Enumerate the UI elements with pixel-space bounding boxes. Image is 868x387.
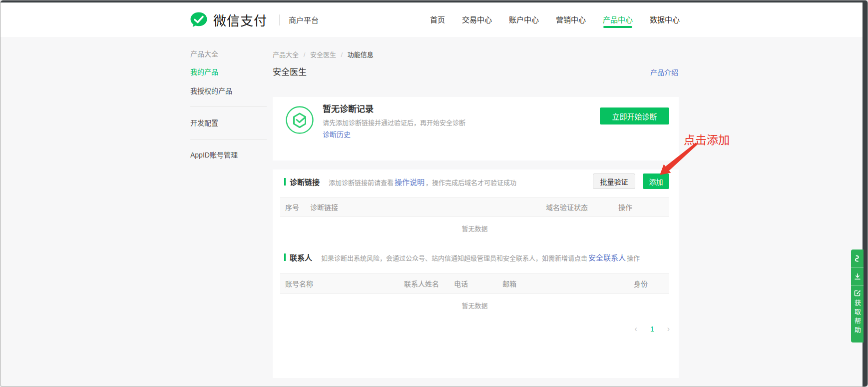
brand-home-link[interactable]: 微信支付 商户平台	[189, 2, 319, 37]
brand-name: 微信支付	[213, 10, 267, 29]
sidebar-divider	[190, 106, 267, 107]
diagnosis-links-empty: 暂无数据	[280, 224, 669, 233]
diagnosis-links-table-header: 序号 诊断链接 域名验证状态 操作	[280, 197, 669, 217]
desc-suffix: ，操作完成后域名才可验证成功	[426, 179, 516, 186]
sidebar-item-my-products[interactable]: 我的产品	[190, 66, 218, 76]
sidebar-item-all-products[interactable]: 产品大全	[190, 48, 218, 58]
diagnosis-links-title: 诊断链接	[290, 176, 320, 187]
col-account-name: 账号名称	[285, 278, 404, 288]
nav-item-home[interactable]: 首页	[430, 2, 445, 37]
desc-prefix: 如果诊断出系统风险，会通过公众号、站内信通知超级管理员和安全联系人，如需新增请点…	[321, 254, 587, 262]
brand-portal-label: 商户平台	[289, 14, 319, 25]
nav-item-products[interactable]: 产品中心	[603, 2, 633, 37]
diagnosis-empty-desc: 请先添加诊断链接并通过验证后，再开始安全诊断	[323, 118, 465, 127]
nav-item-marketing[interactable]: 营销中心	[556, 2, 586, 37]
download-icon	[854, 273, 861, 280]
desc-prefix: 添加诊断链接前请查看	[329, 179, 394, 186]
page-title: 安全医生	[273, 65, 307, 78]
sidebar-item-appid-manage[interactable]: AppID账号管理	[190, 150, 238, 160]
diagnosis-status-card: 暂无诊断记录 请先添加诊断链接并通过验证后，再开始安全诊断 诊断历史 立即开始诊…	[273, 97, 679, 160]
breadcrumb-all-products[interactable]: 产品大全	[273, 51, 299, 58]
col-serial: 序号	[285, 202, 310, 212]
batch-verify-button[interactable]: 批量验证	[593, 174, 635, 189]
brand-divider	[279, 14, 280, 26]
pagination: ‹ 1 ›	[635, 324, 670, 334]
col-role: 身份	[634, 278, 664, 288]
current-page-button[interactable]: 1	[650, 325, 654, 333]
section-accent-bar	[284, 178, 286, 186]
active-nav-underline	[603, 26, 632, 28]
diagnosis-links-section-header: 诊断链接 添加诊断链接前请查看操作说明，操作完成后域名才可验证成功	[284, 176, 516, 187]
get-help-label: 获取帮助	[853, 300, 862, 336]
main-nav: 首页 交易中心 账户中心 营销中心 产品中心 数据中心	[430, 2, 680, 37]
link-icon	[854, 255, 861, 262]
col-email: 邮箱	[502, 278, 634, 288]
contacts-title: 联系人	[290, 252, 312, 262]
detail-card: 诊断链接 添加诊断链接前请查看操作说明，操作完成后域名才可验证成功 批量验证 添…	[273, 170, 679, 378]
breadcrumb: 产品大全 / 安全医生 / 功能信息	[273, 50, 374, 59]
diagnosis-history-link[interactable]: 诊断历史	[323, 129, 351, 139]
floating-help-toolbar: 获取帮助	[851, 250, 864, 342]
download-button[interactable]	[851, 268, 864, 285]
security-shield-icon	[285, 106, 314, 134]
top-header: 微信支付 商户平台 首页 交易中心 账户中心 营销中心 产品中心 数据中心	[0, 2, 868, 37]
contacts-section-header: 联系人 如果诊断出系统风险，会通过公众号、站内信通知超级管理员和安全联系人，如需…	[284, 252, 640, 262]
diagnosis-empty-title: 暂无诊断记录	[323, 102, 374, 114]
sidebar-item-dev-config[interactable]: 开发配置	[190, 118, 218, 128]
prev-page-button[interactable]: ‹	[635, 324, 637, 334]
diagnosis-links-desc: 添加诊断链接前请查看操作说明，操作完成后域名才可验证成功	[329, 176, 516, 187]
breadcrumb-separator: /	[304, 51, 306, 58]
window-top-edge	[0, 0, 868, 2]
nav-item-products-label: 产品中心	[603, 16, 633, 24]
operation-guide-link[interactable]: 操作说明	[395, 178, 425, 186]
edit-icon	[854, 290, 861, 296]
product-intro-link[interactable]: 产品介绍	[648, 67, 678, 77]
breadcrumb-separator: /	[341, 51, 343, 58]
annotation-arrow	[650, 140, 705, 180]
security-contact-link[interactable]: 安全联系人	[588, 254, 626, 262]
next-page-button[interactable]: ›	[667, 324, 670, 334]
col-contact-name: 联系人姓名	[404, 278, 454, 288]
sidebar-item-authorized[interactable]: 我授权的产品	[190, 86, 232, 96]
contacts-desc: 如果诊断出系统风险，会通过公众号、站内信通知超级管理员和安全联系人，如需新增请点…	[321, 252, 640, 262]
col-verify-status: 域名验证状态	[546, 202, 618, 212]
col-link: 诊断链接	[310, 202, 546, 212]
desc-suffix: 操作	[627, 254, 640, 262]
start-diagnosis-button[interactable]: 立即开始诊断	[600, 108, 669, 124]
get-help-button[interactable]: 获取帮助	[853, 286, 862, 342]
merchant-platform-window: 微信支付 商户平台 首页 交易中心 账户中心 营销中心 产品中心 数据中心 产品…	[0, 0, 868, 387]
share-link-button[interactable]	[851, 250, 864, 267]
nav-item-account[interactable]: 账户中心	[509, 2, 539, 37]
col-actions: 操作	[618, 202, 664, 212]
breadcrumb-security-doctor[interactable]: 安全医生	[310, 51, 336, 58]
col-phone: 电话	[454, 278, 502, 288]
nav-item-transactions[interactable]: 交易中心	[462, 2, 492, 37]
contacts-empty: 暂无数据	[280, 300, 669, 310]
contacts-table-header: 账号名称 联系人姓名 电话 邮箱 身份	[280, 273, 669, 294]
breadcrumb-current: 功能信息	[348, 51, 374, 58]
sidebar-divider	[190, 140, 267, 140]
section-accent-bar	[284, 254, 286, 261]
wechat-pay-logo-icon	[189, 12, 208, 28]
nav-item-data[interactable]: 数据中心	[650, 2, 680, 37]
